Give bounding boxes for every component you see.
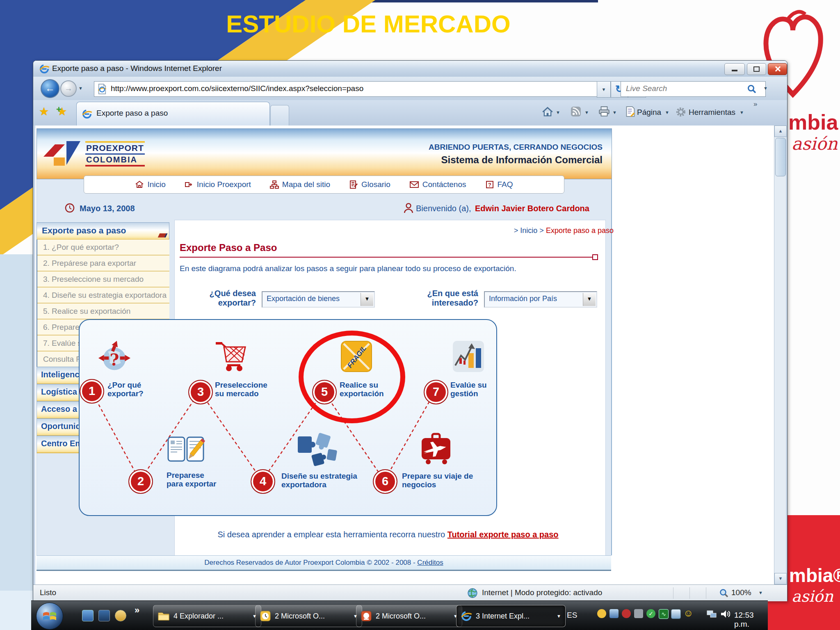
evaluate-chart-icon[interactable]: [450, 339, 486, 374]
browser-titlebar[interactable]: Exporte paso a paso - Windows Internet E…: [33, 61, 787, 77]
quick-launch-show-desktop-icon[interactable]: [98, 610, 110, 621]
tray-icon[interactable]: [622, 609, 631, 618]
browser-statusbar: Listo Internet | Modo protegido: activad…: [33, 584, 787, 601]
gear-icon: [676, 107, 686, 117]
close-button[interactable]: [768, 63, 787, 75]
scrollbar-thumb[interactable]: [775, 138, 786, 176]
scroll-up-button[interactable]: ▲: [774, 126, 787, 137]
sidebar-item-disene-estrategia[interactable]: 4. Diseñe su estrategia exportadora: [37, 288, 169, 304]
tutorial-link[interactable]: Tutorial exporte paso a paso: [447, 530, 559, 539]
trip-suitcase-icon[interactable]: [416, 432, 456, 467]
step-6-number[interactable]: 6: [373, 469, 397, 494]
taskbar-button-outlook[interactable]: 2 Microsoft O... ▼: [255, 605, 362, 627]
sidebar-item-preparese[interactable]: 2. Prepárese para exportar: [37, 256, 169, 272]
step-1-number[interactable]: 1: [80, 379, 104, 404]
colombia-brand-text: mbia: [788, 110, 838, 135]
forward-button[interactable]: →: [60, 80, 77, 97]
menu-item-mapa-del-sitio[interactable]: Mapa del sitio: [270, 180, 330, 189]
step-7-number[interactable]: 7: [424, 380, 448, 404]
tray-icon[interactable]: [597, 609, 606, 618]
search-input[interactable]: Live Search: [621, 81, 766, 97]
quick-launch-outlook-icon[interactable]: [115, 610, 126, 621]
strategy-puzzle-icon[interactable]: [294, 431, 338, 470]
tutorial-text: Si desea aprender a emplear esta herrami…: [217, 530, 447, 539]
menu-item-inicio-proexport[interactable]: Inicio Proexport: [185, 180, 251, 189]
start-button[interactable]: [36, 603, 63, 630]
tray-icon[interactable]: [671, 609, 681, 619]
vertical-scrollbar[interactable]: ▲ ▼: [774, 126, 786, 584]
history-caret-icon[interactable]: ▼: [78, 86, 83, 91]
zoom-magnifier-icon[interactable]: [719, 588, 729, 598]
credits-link[interactable]: Créditos: [417, 559, 443, 566]
menu-item-faq[interactable]: ? FAQ: [485, 180, 513, 189]
toolbar-overflow-chevron-icon[interactable]: »: [753, 100, 757, 108]
rss-feed-icon[interactable]: [571, 106, 581, 117]
tray-icon[interactable]: [634, 609, 643, 618]
taskbar-button-powerpoint[interactable]: 2 Microsoft O... ▼: [356, 605, 462, 627]
address-input[interactable]: http://www.proexport.com.co/siicexterno/…: [94, 81, 613, 97]
menu-item-glosario[interactable]: Glosario: [349, 180, 390, 189]
network-tray-icon[interactable]: [706, 609, 717, 619]
volume-tray-icon[interactable]: [720, 609, 730, 619]
preselect-market-cart-icon[interactable]: [212, 338, 251, 374]
scroll-down-button[interactable]: ▼: [774, 573, 787, 584]
favorites-star-icon[interactable]: ★: [39, 105, 49, 118]
step-4-number[interactable]: 4: [251, 469, 275, 494]
maximize-button[interactable]: [747, 63, 766, 75]
tray-icon[interactable]: [609, 609, 619, 618]
tray-icon[interactable]: ∿: [659, 609, 669, 619]
search-icon[interactable]: [747, 84, 757, 94]
quick-launch-chevron-icon[interactable]: »: [135, 605, 139, 616]
slide-title: ESTUDIO DE MERCADO: [225, 10, 512, 38]
prepare-notebook-icon[interactable]: [166, 434, 206, 465]
sidebar-header-exporte-paso-a-paso[interactable]: Exporte paso a paso: [37, 222, 169, 240]
step-2-label[interactable]: Preparese para exportar: [167, 471, 222, 488]
menu-item-inicio[interactable]: Inicio: [135, 180, 165, 189]
taskbar-clock[interactable]: 12:53 p.m.: [734, 611, 768, 629]
home-caret-icon[interactable]: ▼: [556, 110, 560, 115]
svg-text:?: ?: [488, 182, 491, 188]
why-export-icon[interactable]: ?: [96, 340, 132, 376]
zoom-caret-icon[interactable]: ▼: [758, 590, 763, 595]
sidebar-item-realice-exportacion[interactable]: 5. Realice su exportación: [37, 304, 169, 320]
status-separator: [706, 587, 706, 599]
folder-icon: [158, 611, 170, 621]
tray-icon[interactable]: ✓: [646, 609, 655, 618]
print-icon[interactable]: [598, 106, 610, 117]
back-button[interactable]: ←: [41, 79, 59, 98]
welcome-label: Bienvenido (a),: [416, 204, 471, 213]
search-options-caret-icon[interactable]: ▼: [763, 86, 768, 91]
tools-caret-icon[interactable]: ▼: [740, 110, 744, 115]
interest-select[interactable]: Información por País ▼: [484, 291, 597, 308]
step-2-number[interactable]: 2: [128, 469, 153, 494]
step-3-number[interactable]: 3: [188, 380, 213, 404]
quick-launch-switch-windows-icon[interactable]: [82, 610, 94, 621]
breadcrumb-inicio-link[interactable]: > Inicio >: [514, 226, 546, 235]
page-caret-icon[interactable]: ▼: [665, 110, 669, 115]
page-menu-button[interactable]: Página: [637, 108, 661, 117]
step-6-label[interactable]: Prepare su viaje de negocios: [402, 472, 482, 489]
step-4-label[interactable]: Diseñe su estrategia exportadora: [281, 472, 361, 489]
address-dropdown-button[interactable]: ▼: [597, 81, 611, 98]
step-3-label[interactable]: Preseleccione su mercado: [215, 381, 268, 398]
rss-caret-icon[interactable]: ▼: [584, 110, 589, 115]
tray-smiley-icon[interactable]: ☺: [683, 609, 692, 618]
step-1-label[interactable]: ¿Por qué exportar?: [107, 381, 153, 398]
taskbar-button-explorador[interactable]: 4 Explorador ... ▼: [153, 605, 261, 627]
proexport-wordmark[interactable]: PROEXPORT COLOMBIA: [85, 141, 145, 167]
home-icon[interactable]: [542, 107, 553, 117]
new-tab-stub[interactable]: [270, 105, 289, 126]
zoom-level[interactable]: 100%: [731, 588, 751, 597]
menu-item-contactenos[interactable]: Contáctenos: [409, 180, 466, 189]
print-caret-icon[interactable]: ▼: [612, 110, 617, 115]
export-type-select[interactable]: Exportación de bienes ▼: [262, 291, 375, 308]
taskbar-button-internet-explorer[interactable]: 3 Internet Expl... ▼: [456, 605, 566, 627]
tools-menu-button[interactable]: Herramientas: [689, 108, 735, 117]
language-indicator[interactable]: ES: [567, 611, 577, 620]
step-7-label[interactable]: Evalúe su gestión: [450, 381, 491, 398]
sidebar-item-preseleccione[interactable]: 3. Preseleccione su mercado: [37, 272, 169, 288]
tab-exporte-paso-a-paso[interactable]: Exporte paso a paso: [76, 102, 270, 126]
sidebar-item-por-que-exportar[interactable]: 1. ¿Por qué exportar?: [37, 240, 169, 256]
ie-logo-icon: [39, 64, 50, 74]
minimize-button[interactable]: [724, 63, 745, 75]
